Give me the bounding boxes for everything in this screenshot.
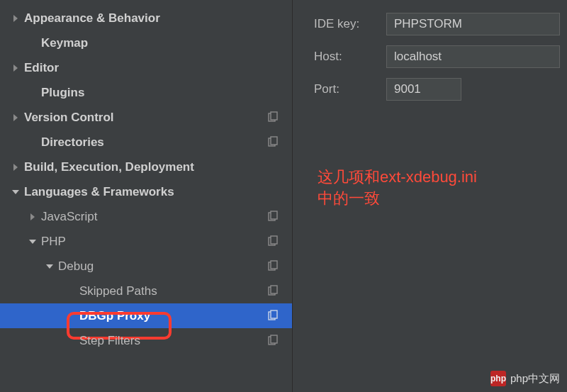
copy-icon xyxy=(266,211,279,223)
form-row-ide-key: IDE key: xyxy=(314,13,567,35)
settings-main-panel: IDE key: Host: Port: 这几项和ext-xdebug.ini … xyxy=(293,0,567,392)
sidebar-item-php[interactable]: PHP xyxy=(0,229,292,254)
copy-icon xyxy=(266,235,279,248)
chevron-right-icon xyxy=(11,113,20,122)
port-label: Port: xyxy=(314,82,386,96)
watermark-logo: php xyxy=(490,371,506,386)
chevron-right-icon xyxy=(11,14,20,23)
sidebar-item-label: Skipped Paths xyxy=(79,284,157,298)
chevron-down-icon xyxy=(11,188,20,196)
sidebar-item-label: PHP xyxy=(41,235,66,249)
sidebar-item-label: Plugins xyxy=(41,86,84,100)
svg-rect-7 xyxy=(271,236,277,244)
sidebar-item-directories[interactable]: Directories xyxy=(0,130,292,155)
annotation-line1: 这几项和ext-xdebug.ini xyxy=(318,167,477,188)
chevron-right-icon xyxy=(11,64,20,72)
annotation-line2: 中的一致 xyxy=(318,188,477,209)
sidebar-item-label: JavaScript xyxy=(41,210,97,224)
sidebar-item-skipped-paths[interactable]: Skipped Paths xyxy=(0,279,292,303)
sidebar-item-build-execution-deployment[interactable]: Build, Execution, Deployment xyxy=(0,155,292,179)
sidebar-item-label: Directories xyxy=(41,135,104,150)
sidebar-item-label: Version Control xyxy=(24,111,114,125)
ide-key-label: IDE key: xyxy=(314,17,386,31)
chevron-right-icon xyxy=(11,163,20,172)
svg-rect-3 xyxy=(271,137,277,145)
copy-icon xyxy=(266,310,279,323)
sidebar-item-debug[interactable]: Debug xyxy=(0,254,292,279)
chevron-down-icon xyxy=(45,262,54,271)
sidebar-item-languages-frameworks[interactable]: Languages & Frameworks xyxy=(0,179,292,204)
copy-icon xyxy=(266,285,279,298)
sidebar-item-editor[interactable]: Editor xyxy=(0,55,292,80)
copy-icon xyxy=(266,335,279,347)
copy-icon xyxy=(266,136,279,149)
sidebar-item-version-control[interactable]: Version Control xyxy=(0,105,292,130)
svg-rect-5 xyxy=(271,211,277,219)
sidebar-item-dbgp-proxy[interactable]: DBGp Proxy xyxy=(0,303,292,328)
sidebar-item-step-filters[interactable]: Step Filters xyxy=(0,328,292,353)
sidebar-item-label: Build, Execution, Deployment xyxy=(24,160,194,174)
sidebar-item-appearance-behavior[interactable]: Appearance & Behavior xyxy=(0,6,292,30)
chevron-down-icon xyxy=(28,237,37,246)
form-row-host: Host: xyxy=(314,45,567,68)
sidebar-item-label: Appearance & Behavior xyxy=(24,11,160,26)
sidebar-item-label: Step Filters xyxy=(79,334,140,348)
watermark-text: php中文网 xyxy=(510,372,560,386)
annotation-text: 这几项和ext-xdebug.ini 中的一致 xyxy=(318,167,477,208)
sidebar-item-label: Editor xyxy=(24,61,59,75)
host-label: Host: xyxy=(314,50,386,64)
copy-icon xyxy=(266,111,279,124)
sidebar-item-label: Languages & Frameworks xyxy=(24,185,174,199)
sidebar-item-plugins[interactable]: Plugins xyxy=(0,80,292,105)
watermark: php php中文网 xyxy=(490,371,560,386)
port-input[interactable] xyxy=(386,78,461,101)
ide-key-input[interactable] xyxy=(386,13,560,35)
sidebar-item-label: Debug xyxy=(58,259,94,274)
chevron-right-icon xyxy=(28,213,37,221)
sidebar-item-javascript[interactable]: JavaScript xyxy=(0,204,292,229)
svg-rect-9 xyxy=(271,261,277,269)
settings-sidebar: Appearance & Behavior Keymap Editor Plug… xyxy=(0,0,293,392)
svg-rect-13 xyxy=(271,310,277,318)
svg-rect-11 xyxy=(271,286,277,293)
sidebar-item-label: DBGp Proxy xyxy=(79,309,150,323)
svg-rect-15 xyxy=(271,335,277,343)
svg-rect-1 xyxy=(271,112,277,120)
sidebar-item-label: Keymap xyxy=(41,36,88,50)
form-row-port: Port: xyxy=(314,78,567,101)
sidebar-item-keymap[interactable]: Keymap xyxy=(0,30,292,55)
host-input[interactable] xyxy=(386,45,560,68)
copy-icon xyxy=(266,260,279,273)
